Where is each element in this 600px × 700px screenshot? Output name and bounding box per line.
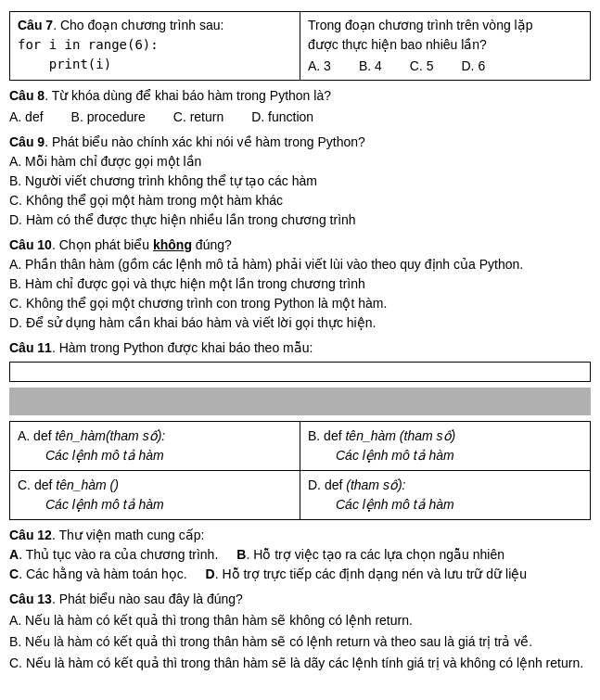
q7-title-text: . Cho đoạn chương trình sau: <box>53 18 223 32</box>
q12-row2: C. Các hằng và hàm toán học. D. Hỗ trợ t… <box>9 565 591 584</box>
q10-text: . Chọn phát biểu <box>52 237 153 252</box>
q8-label: Câu 8 <box>9 88 45 103</box>
q10-opt-b: B. Hàm chỉ được gọi và thực hiện một lần… <box>9 274 591 294</box>
q9-opt-b: B. Người viết chương trình không thể tự … <box>9 172 591 191</box>
q11-c-sub: Các lệnh mô tả hàm <box>18 497 164 512</box>
q9-opt-c: C. Không thể gọi một hàm trong một hàm k… <box>9 191 591 210</box>
q13-opt-c: C. Nếu là hàm có kết quả thì trong thân … <box>9 654 591 673</box>
q7-question-right: Trong đoạn chương trình trên vòng lặp đư… <box>308 16 582 55</box>
question-11: Câu 11. Hàm trong Python được khai báo t… <box>9 338 591 520</box>
q10-opt-a: A. Phần thân hàm (gồm các lệnh mô tả hàm… <box>9 255 591 274</box>
q11-opt-d: D. def (tham số): Các lệnh mô tả hàm <box>300 471 591 520</box>
q7-label: Câu 7 <box>18 18 53 32</box>
question-8: Câu 8. Từ khóa dùng để khai báo hàm tron… <box>9 86 591 127</box>
q11-input-bar[interactable] <box>9 362 591 382</box>
question-10: Câu 10. Chọn phát biểu không đúng? A. Ph… <box>9 235 591 333</box>
q11-option-table: A. def tên_hàm(tham số): Các lệnh mô tả … <box>9 421 591 520</box>
q7-code: for i in range(6): print(i) <box>18 35 292 74</box>
q8-opt-a: A. def <box>9 108 44 127</box>
q13-opt-b: B. Nếu là hàm có kết quả thì trong thân … <box>9 632 591 652</box>
q11-opt-c: C. def tên_hàm () Các lệnh mô tả hàm <box>10 471 300 520</box>
q11-d-sub: Các lệnh mô tả hàm <box>308 497 454 512</box>
question-12: Câu 12. Thư viện math cung cấp: A. Thủ t… <box>9 526 591 584</box>
q8-options: A. def B. procedure C. return D. functio… <box>9 108 591 127</box>
q11-text: . Hàm trong Python được khai báo theo mẫ… <box>52 340 313 355</box>
q11-b-sub: Các lệnh mô tả hàm <box>308 448 454 463</box>
q11-d-italic: (tham số): <box>346 477 405 492</box>
q10-opt-c: C. Không thể gọi một chương trình con tr… <box>9 294 591 313</box>
q7-opt-a: A. 3 <box>308 57 331 76</box>
q8-opt-d: D. function <box>251 108 313 127</box>
q7-left-cell: Câu 7. Cho đoạn chương trình sau: for i … <box>10 12 300 81</box>
q11-a-label: A. def <box>18 428 55 443</box>
q12-a-text: . Thủ tục vào ra của chương trình. <box>19 547 218 562</box>
q11-a-italic: tên_hàm(tham số): <box>55 428 165 443</box>
q7-right-cell: Trong đoạn chương trình trên vòng lặp đư… <box>300 12 591 81</box>
question-13: Câu 13. Phát biểu nào sau đây là đúng? A… <box>9 590 591 673</box>
question-7: Câu 7. Cho đoạn chương trình sau: for i … <box>9 11 591 81</box>
q12-opt-d: D. Hỗ trợ trực tiếp các định dạng nén và… <box>206 565 527 584</box>
q9-text: . Phát biểu nào chính xác khi nói về hàm… <box>45 134 365 149</box>
q8-opt-b: B. procedure <box>71 108 146 127</box>
q7-answer-options: A. 3 B. 4 C. 5 D. 6 <box>308 57 582 76</box>
q10-bold-text: không <box>153 237 192 252</box>
q11-a-sub: Các lệnh mô tả hàm <box>18 448 164 463</box>
q11-opt-b: B. def tên_hàm (tham số) Các lệnh mô tả … <box>300 422 591 471</box>
q11-d-label: D. def <box>308 477 346 492</box>
q12-opt-c: C. Các hằng và hàm toán học. <box>9 565 187 584</box>
question-9: Câu 9. Phát biểu nào chính xác khi nói v… <box>9 133 591 230</box>
q12-c-text: . Các hằng và hàm toán học. <box>19 566 186 581</box>
q12-d-text: . Hỗ trợ trực tiếp các định dạng nén và … <box>215 566 527 581</box>
q12-a-letter: A <box>9 547 19 562</box>
q11-c-label: C. def <box>18 477 56 492</box>
q12-b-letter: B <box>236 547 246 562</box>
q12-opt-b: B. Hỗ trợ việc tạo ra các lựa chọn ngẫu … <box>236 545 504 565</box>
q12-c-letter: C <box>9 566 19 581</box>
q12-text: . Thư viện math cung cấp: <box>52 528 204 542</box>
q9-opt-a: A. Mỗi hàm chỉ được gọi một lần <box>9 152 591 172</box>
q13-opt-a: A. Nếu là hàm có kết quả thì trong thân … <box>9 611 591 630</box>
q11-c-italic: tên_hàm () <box>56 477 119 492</box>
q9-opt-d: D. Hàm có thể được thực hiện nhiều lần t… <box>9 210 591 230</box>
q7-table: Câu 7. Cho đoạn chương trình sau: for i … <box>9 11 591 81</box>
q7-opt-c: C. 5 <box>410 57 434 76</box>
q11-label: Câu 11 <box>9 340 52 355</box>
q10-label: Câu 10 <box>9 237 52 252</box>
q11-gray-bar <box>9 388 591 415</box>
q8-text: . Từ khóa dùng để khai báo hàm trong Pyt… <box>45 88 331 103</box>
q12-d-letter: D <box>206 566 215 581</box>
q13-text: . Phát biểu nào sau đây là đúng? <box>52 592 243 606</box>
q12-row1: A. Thủ tục vào ra của chương trình. B. H… <box>9 545 591 565</box>
q11-b-label: B. def <box>308 428 345 443</box>
q11-b-italic: tên_hàm (tham số) <box>345 428 455 443</box>
q13-label: Câu 13 <box>9 592 52 606</box>
q13-options: A. Nếu là hàm có kết quả thì trong thân … <box>9 611 591 673</box>
q12-opt-a: A. Thủ tục vào ra của chương trình. <box>9 545 218 565</box>
q7-opt-b: B. 4 <box>359 57 382 76</box>
q10-opt-d: D. Để sử dụng hàm cần khai báo hàm và vi… <box>9 313 591 333</box>
q12-label: Câu 12 <box>9 528 52 542</box>
q8-opt-c: C. return <box>173 108 223 127</box>
q12-b-text: . Hỗ trợ việc tạo ra các lựa chọn ngẫu n… <box>246 547 504 562</box>
q10-text2: đúng? <box>192 237 232 252</box>
q9-label: Câu 9 <box>9 134 45 149</box>
q11-opt-a: A. def tên_hàm(tham số): Các lệnh mô tả … <box>10 422 300 471</box>
q7-opt-d: D. 6 <box>462 57 486 76</box>
